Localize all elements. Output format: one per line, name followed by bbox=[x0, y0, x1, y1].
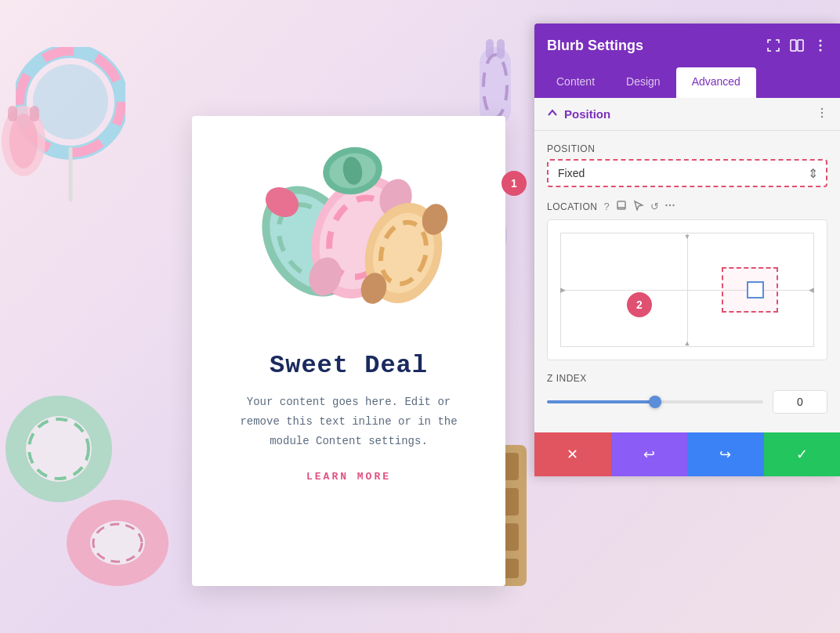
section-actions bbox=[816, 107, 827, 121]
z-index-field-row: Z Index bbox=[547, 373, 827, 414]
location-help-icon[interactable]: ? bbox=[603, 201, 609, 212]
grid-tick-top: ▼ bbox=[684, 233, 691, 241]
svg-point-50 bbox=[820, 45, 822, 47]
slider-fill bbox=[547, 400, 655, 403]
position-select[interactable]: Default Static Relative Absolute Fixed S… bbox=[549, 161, 826, 186]
chevron-up-icon[interactable] bbox=[547, 107, 558, 121]
location-cursor-icon[interactable] bbox=[633, 200, 644, 213]
location-field-row: Location ? ↺ bbox=[547, 200, 827, 360]
svg-rect-16 bbox=[497, 39, 505, 59]
content-card: Sweet Deal Your content goes here. Edit … bbox=[192, 116, 505, 586]
undo-button[interactable]: ↩ bbox=[611, 432, 688, 476]
svg-rect-48 bbox=[798, 40, 803, 51]
panel-tabs: Content Design Advanced bbox=[534, 67, 840, 98]
redo-button[interactable]: ↪ bbox=[687, 432, 764, 476]
svg-point-54 bbox=[821, 116, 823, 118]
fullscreen-icon[interactable] bbox=[766, 38, 780, 52]
z-index-slider[interactable] bbox=[547, 394, 763, 410]
slider-row bbox=[547, 390, 827, 414]
grid-tick-bottom: ▲ bbox=[684, 339, 691, 347]
svg-point-49 bbox=[820, 40, 822, 42]
panel-header: Blurb Settings bbox=[534, 24, 840, 67]
location-device-icon[interactable] bbox=[616, 200, 627, 213]
panel-title: Blurb Settings bbox=[547, 38, 643, 54]
svg-point-53 bbox=[821, 112, 823, 114]
location-grid[interactable]: ▼ ▲ ▶ ◀ bbox=[547, 219, 827, 360]
slider-thumb[interactable] bbox=[649, 396, 661, 408]
position-section-header: Position bbox=[534, 98, 840, 131]
svg-point-12 bbox=[90, 521, 145, 565]
tab-design[interactable]: Design bbox=[610, 67, 676, 98]
section-more-icon[interactable] bbox=[816, 107, 827, 121]
step-badge-1: 1 bbox=[501, 171, 527, 196]
settings-panel: Blurb Settings bbox=[534, 24, 840, 476]
svg-point-51 bbox=[820, 49, 822, 52]
svg-point-9 bbox=[26, 416, 92, 482]
svg-point-5 bbox=[9, 114, 38, 168]
location-label-row: Location ? ↺ bbox=[547, 200, 827, 213]
pink-candy-bg bbox=[0, 94, 55, 188]
step-badge-2: 2 bbox=[627, 292, 652, 317]
svg-point-58 bbox=[668, 204, 670, 206]
card-body-text: Your content goes here. Edit or remove t… bbox=[240, 392, 457, 452]
candy-ring-bg bbox=[0, 390, 118, 508]
card-title: Sweet Deal bbox=[270, 351, 428, 380]
svg-rect-6 bbox=[8, 106, 17, 121]
tab-content[interactable]: Content bbox=[541, 67, 610, 98]
card-image bbox=[192, 116, 505, 335]
svg-point-59 bbox=[672, 204, 674, 206]
grid-tick-right: ◀ bbox=[809, 286, 814, 294]
location-reset-icon[interactable]: ↺ bbox=[650, 201, 659, 212]
svg-point-57 bbox=[665, 204, 667, 206]
donut-bg bbox=[63, 492, 172, 594]
grid-tick-left: ▶ bbox=[560, 286, 566, 294]
slider-track bbox=[547, 400, 763, 403]
position-field-label: Position bbox=[547, 143, 827, 154]
svg-rect-47 bbox=[791, 40, 796, 51]
action-bar: ✕ ↩ ↪ ✓ bbox=[534, 432, 840, 476]
svg-rect-7 bbox=[30, 106, 39, 121]
position-select-wrapper[interactable]: Default Static Relative Absolute Fixed S… bbox=[547, 159, 827, 187]
location-more-icon[interactable] bbox=[665, 201, 675, 212]
z-index-label: Z Index bbox=[547, 373, 827, 384]
cancel-button[interactable]: ✕ bbox=[534, 432, 611, 476]
position-field-row: Position Default Static Relative Absolut… bbox=[547, 143, 827, 187]
panel-body: Position Position Default bbox=[534, 98, 840, 432]
more-icon[interactable] bbox=[813, 38, 827, 52]
section-content: Position Default Static Relative Absolut… bbox=[534, 131, 840, 432]
z-index-input[interactable] bbox=[773, 390, 827, 414]
svg-point-52 bbox=[821, 108, 823, 110]
location-indicator[interactable] bbox=[747, 281, 764, 298]
location-label: Location bbox=[547, 201, 597, 212]
section-title-position: Position bbox=[547, 107, 610, 121]
learn-more-link[interactable]: LEARN MORE bbox=[306, 471, 391, 483]
panel-header-icons bbox=[766, 38, 827, 52]
candy-illustration bbox=[239, 124, 458, 327]
tab-advanced[interactable]: Advanced bbox=[676, 67, 756, 98]
confirm-button[interactable]: ✓ bbox=[764, 432, 841, 476]
columns-icon[interactable] bbox=[790, 38, 804, 52]
